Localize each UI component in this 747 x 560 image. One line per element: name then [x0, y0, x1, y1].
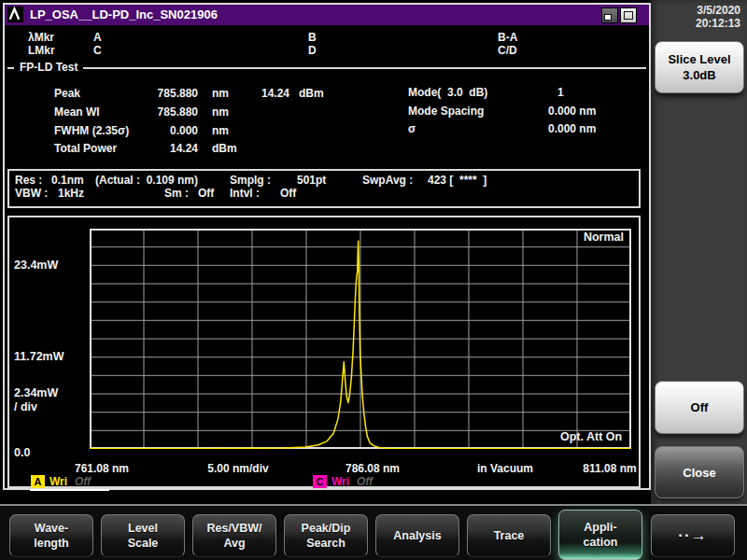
sampling-value: 501pt [297, 174, 326, 187]
smooth-value: Off [198, 187, 214, 200]
sigma-label: σ [408, 122, 416, 135]
trace-a-mode: Wri [49, 475, 67, 488]
marker-b-a-label: B-A [498, 31, 517, 44]
marker-a-label: A [93, 31, 102, 44]
level-marker-label: LMkr [28, 44, 55, 57]
minimize-icon [604, 14, 612, 21]
off-softkey-label: Off [691, 399, 709, 415]
spectrum-plot [90, 229, 631, 449]
total-power-unit: dBm [212, 142, 237, 155]
sweep-average-label: SwpAvg : [362, 174, 413, 187]
anritsu-logo-icon [7, 7, 23, 22]
vbw-label: VBW : [15, 187, 48, 200]
fwhm-unit: nm [212, 124, 229, 137]
y-tick-mid: 11.72mW [14, 350, 64, 363]
sigma-value: 0.000 nm [548, 122, 596, 135]
sweep-settings-box: Res : 0.1nm (Actual : 0.109 nm) Smplg : … [7, 169, 641, 208]
total-power-value: 14.24 [107, 142, 198, 155]
x-scale-per-div: 5.00 nm/div [207, 462, 268, 475]
window-title: LP_OSA__LD-PD_Inc_SN021906 [30, 7, 218, 21]
close-softkey[interactable]: Close [655, 446, 744, 498]
menu-item-res-vbw-avg[interactable]: Res/VBW/Avg [192, 514, 276, 557]
res-actual-value: (Actual : 0.109 nm) [95, 174, 198, 187]
menu-item-next-page[interactable]: ··→ [651, 514, 735, 557]
trace-mode-label: Normal [584, 231, 624, 244]
menu-item-level-scale[interactable]: LevelScale [101, 514, 185, 557]
marker-b-label: B [308, 31, 317, 44]
dashed-right-arrow-icon: ··→ [678, 528, 707, 543]
peak-wavelength-value: 785.880 [107, 87, 198, 100]
peak-power-unit: dBm [299, 87, 324, 100]
y-scale-per-div: 2.34mW [14, 386, 58, 399]
section-divider [7, 67, 646, 69]
spectrum-chart: Normal Opt. Att On 23.4mW 11.72mW 2.34mW… [7, 216, 641, 488]
menu-item-analysis[interactable]: Analysis [375, 514, 459, 557]
interval-value: Off [280, 187, 296, 200]
minimize-button[interactable] [601, 7, 618, 23]
trace-c-mode: Wri [331, 475, 349, 488]
marker-d-label: D [308, 44, 317, 57]
peak-power-value: 14.24 [229, 87, 289, 100]
date-label: 3/5/2020 [696, 4, 740, 17]
fwhm-value: 0.000 [107, 124, 198, 137]
slice-level-label: Slice Level [668, 51, 730, 67]
trace-a-state: Off [75, 475, 91, 488]
maximize-icon [624, 11, 633, 20]
mode-spacing-value: 0.000 nm [548, 105, 596, 118]
res-value: 0.1nm [51, 174, 84, 187]
vbw-value: 1kHz [58, 187, 84, 200]
main-window: LP_OSA__LD-PD_Inc_SN021906 λMkr A B B-A … [3, 3, 651, 490]
datetime-display: 3/5/2020 20:12:13 [696, 4, 740, 30]
function-menu-bar: Wave-length LevelScale Res/VBW/Avg Peak/… [0, 504, 747, 560]
peak-wavelength-unit: nm [212, 87, 229, 100]
res-label: Res : [15, 174, 42, 187]
slice-level-value: 3.0dB [683, 67, 715, 83]
marker-c-d-label: C/D [498, 44, 517, 57]
menu-item-peak-dip-search[interactable]: Peak/DipSearch [284, 514, 368, 557]
marker-c-label: C [93, 44, 102, 57]
mode-count-label: Mode( 3.0 dB) [408, 86, 487, 99]
trace-a-active-underline [30, 489, 109, 491]
interval-label: Intvl : [230, 187, 260, 200]
mode-spacing-label: Mode Spacing [408, 105, 484, 118]
time-label: 20:12:13 [696, 17, 740, 30]
peak-label: Peak [54, 87, 80, 100]
x-tick-center: 786.08 nm [345, 462, 400, 475]
osa-screen: LP_OSA__LD-PD_Inc_SN021906 λMkr A B B-A … [0, 0, 747, 560]
y-tick-top: 23.4mW [14, 259, 58, 272]
optical-attenuator-status: Opt. Att On [560, 430, 622, 443]
mean-wl-label: Mean WI [54, 105, 100, 119]
menu-item-trace[interactable]: Trace [467, 514, 551, 557]
x-tick-stop: 811.08 nm [583, 462, 636, 475]
mean-wl-unit: nm [212, 105, 229, 119]
smooth-label: Sm : [164, 187, 189, 200]
titlebar: LP_OSA__LD-PD_Inc_SN021906 [5, 5, 649, 25]
mean-wl-value: 785.880 [107, 105, 198, 119]
maximize-button[interactable] [620, 7, 637, 23]
trace-c-badge[interactable]: C [313, 475, 327, 488]
trace-a-badge[interactable]: A [31, 475, 45, 488]
y-scale-per-div-2: / div [14, 400, 37, 413]
sampling-label: Smplg : [230, 174, 271, 187]
y-tick-zero: 0.0 [14, 446, 30, 459]
slice-level-softkey[interactable]: Slice Level 3.0dB [655, 41, 744, 93]
analysis-section-title: FP-LD Test [14, 61, 83, 74]
menu-item-application[interactable]: Appli-cation [558, 510, 642, 560]
wavelength-marker-label: λMkr [28, 31, 54, 44]
menu-item-wavelength[interactable]: Wave-length [9, 514, 93, 557]
mode-count-value: 1 [557, 86, 564, 99]
wavelength-medium-label: in Vacuum [477, 462, 533, 475]
x-tick-start: 761.08 nm [75, 462, 129, 475]
close-softkey-label: Close [683, 465, 715, 481]
off-softkey[interactable]: Off [655, 381, 744, 434]
trace-c-state: Off [357, 475, 373, 488]
softkey-sidebar: 3/5/2020 20:12:13 Slice Level 3.0dB Off … [651, 0, 747, 504]
sweep-average-value: 423 [ **** ] [428, 174, 486, 187]
